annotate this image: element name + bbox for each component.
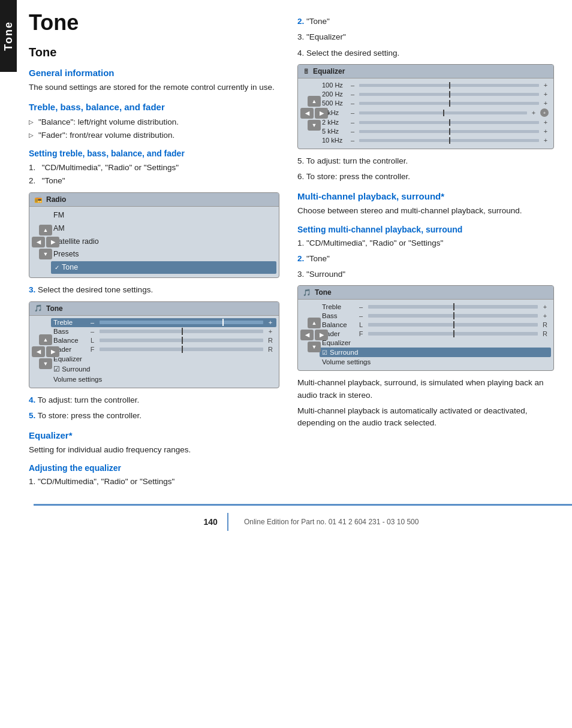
right-column: 2. "Tone" 3. "Equalizer" 4. Select the d…: [291, 12, 554, 492]
page-title: Tone: [29, 12, 279, 34]
mc-step3: 3. "Surround": [297, 268, 554, 280]
mc-step2: 2. "Tone": [297, 253, 554, 265]
radio-item-presets: Presets: [53, 248, 274, 261]
section-heading-tone: Tone: [29, 46, 279, 59]
tone-row-treble: Treble – +: [51, 318, 276, 327]
radio-screen-mockup: 📻 Radio ▲ ◀ ▶ ▼ FM AM Satellite radio Pr…: [29, 192, 279, 279]
tone-screen-mockup: 🎵 Tone ▲ ◀ ▶ ▼ Treble –: [29, 301, 279, 388]
tone2-row-fader: Fader F R: [322, 329, 549, 338]
eq-row-10khz: 10 kHz – +: [322, 136, 549, 145]
eq-icon: 🎚: [303, 68, 309, 75]
adj-eq-step3: 3. "Equalizer": [297, 31, 554, 43]
radio-screen-header: 📻 Radio: [29, 193, 279, 207]
tone-row-equalizer: Equalizer: [53, 354, 274, 364]
tone-bar-treble: [100, 321, 263, 324]
step3-text: 3. Select the desired tone settings.: [29, 284, 279, 296]
heading-setting-multichannel: Setting multi-channel playback, surround: [297, 225, 554, 234]
ctrl-tone2-right[interactable]: ▶: [315, 330, 328, 340]
radio-item-fm: FM: [53, 209, 274, 222]
radio-screen-title: Radio: [46, 195, 66, 204]
tone2-icon: 🎵: [303, 289, 311, 297]
eq-right-arrow: +: [540, 108, 549, 117]
eq-row-200hz: 200 Hz – +: [322, 90, 549, 99]
adj-eq-step2: 2. "Tone": [297, 16, 554, 28]
tone-screen2-header: 🎵 Tone: [298, 286, 553, 300]
ctrl-up[interactable]: ▲: [39, 225, 52, 235]
eq-screen-mockup: 🎚 Equalizer ▲ ◀ ▶ ▼ 100 Hz – +: [297, 64, 554, 149]
radio-item-tone-label: Tone: [62, 262, 78, 273]
list-item-balance: "Balance": left/right volume distributio…: [29, 116, 279, 129]
ctrl-down[interactable]: ▼: [39, 249, 52, 259]
footer-divider: [227, 513, 228, 531]
step5-text: 5. To store: press the controller.: [29, 410, 279, 422]
list-item-step2: 2. "Tone": [29, 174, 279, 188]
ctrl-tone-down[interactable]: ▼: [39, 358, 52, 369]
step4-text: 4. To adjust: turn the controller.: [29, 394, 279, 406]
ctrl-tone-right[interactable]: ▶: [46, 346, 59, 357]
footer-page-number: 140: [204, 517, 218, 527]
eq-row-500hz: 500 Hz – +: [322, 99, 549, 108]
ctrl-eq-up[interactable]: ▲: [308, 96, 321, 107]
heading-equalizer: Equalizer*: [29, 430, 279, 440]
main-content: Tone Tone General information The sound …: [17, 0, 572, 504]
radio-item-satellite: Satellite radio: [53, 235, 274, 248]
ctrl-tone2-left[interactable]: ◀: [300, 330, 314, 340]
tone-screen-body: ▲ ◀ ▶ ▼ Treble – +: [29, 316, 279, 388]
controller-tone: ▲ ◀ ▶ ▼: [32, 334, 59, 369]
tone2-row-bass: Bass – +: [322, 311, 549, 320]
tone2-row-equalizer: Equalizer: [322, 338, 549, 348]
tone-row-volume: Volume settings: [53, 374, 274, 384]
footer-text: Online Edition for Part no. 01 41 2 604 …: [244, 518, 419, 526]
radio-icon: 📻: [34, 195, 43, 203]
tone-screen2-body: ▲ ◀ ▶ ▼ Treble – + Bass: [298, 300, 553, 370]
heading-setting-treble: Setting treble, bass, balance, and fader: [29, 149, 279, 158]
tone2-row-volume: Volume settings: [322, 357, 549, 367]
ctrl-eq-left[interactable]: ◀: [300, 108, 314, 119]
text-multichannel: Choose between stereo and multi-channel …: [297, 205, 554, 217]
eq-screen-title: Equalizer: [313, 67, 345, 75]
radio-screen-body: ▲ ◀ ▶ ▼ FM AM Satellite radio Presets ✓ …: [29, 207, 279, 278]
checkmark-icon: ✓: [55, 263, 59, 272]
side-tab-label: Tone: [2, 21, 15, 51]
treble-bass-list: "Balance": left/right volume distributio…: [29, 116, 279, 141]
heading-treble-bass: Treble, bass, balance, and fader: [29, 102, 279, 112]
left-column: Tone Tone General information The sound …: [29, 12, 291, 492]
ctrl-tone2-up[interactable]: ▲: [308, 318, 321, 328]
adj-eq-step4: 4. Select the desired setting.: [297, 47, 554, 59]
ctrl-eq-right[interactable]: ▶: [315, 108, 328, 119]
ctrl-left[interactable]: ◀: [32, 237, 45, 247]
ctrl-eq-down[interactable]: ▼: [308, 120, 321, 131]
adj-eq-step1: 1. "CD/Multimedia", "Radio" or "Settings…: [29, 476, 279, 488]
tone2-row-surround-selected[interactable]: ☑ Surround: [320, 348, 551, 357]
tone-bar-bass: [100, 330, 263, 333]
adj-eq-step5: 5. To adjust: turn the controller.: [297, 155, 554, 167]
ctrl-tone-left[interactable]: ◀: [32, 346, 45, 357]
ctrl-right[interactable]: ▶: [46, 237, 59, 247]
radio-item-tone[interactable]: ✓ Tone: [51, 261, 276, 274]
setting-treble-list: 1. "CD/Multimedia", "Radio" or "Settings…: [29, 161, 279, 187]
eq-screen-header: 🎚 Equalizer: [298, 65, 553, 78]
eq-row-2khz: 2 kHz – +: [322, 118, 549, 127]
tone2-row-balance: Balance L R: [322, 320, 549, 329]
eq-row-5khz: 5 kHz – +: [322, 127, 549, 136]
tone-row-surround: ☑ Surround: [53, 364, 274, 374]
side-tab: Tone: [0, 0, 17, 72]
controller-eq: ▲ ◀ ▶ ▼: [300, 96, 328, 131]
tone-screen-header: 🎵 Tone: [29, 302, 279, 316]
tone-screen2-title: Tone: [315, 288, 332, 297]
tone-row-bass: Bass – +: [53, 327, 274, 336]
ctrl-tone-up[interactable]: ▲: [39, 334, 52, 345]
tone-row-fader: Fader F R: [53, 345, 274, 354]
eq-row-100hz: 100 Hz – +: [322, 81, 549, 90]
tone-screen-title: Tone: [46, 304, 63, 313]
heading-adjusting-eq: Adjusting the equalizer: [29, 463, 279, 473]
tone-bar-fader: [100, 348, 263, 351]
footer: 140 Online Edition for Part no. 01 41 2 …: [34, 504, 572, 538]
text-general-info: The sound settings are stored for the re…: [29, 81, 279, 93]
ctrl-tone2-down[interactable]: ▼: [308, 342, 321, 352]
mc-step1: 1. "CD/Multimedia", "Radio" or "Settings…: [297, 237, 554, 249]
controller-tone2: ▲ ◀ ▶ ▼: [300, 318, 328, 352]
mc-body2: Multi-channel playback is automatically …: [297, 405, 554, 430]
radio-item-am: AM: [53, 222, 274, 235]
heading-multichannel: Multi-channel playback, surround*: [297, 191, 554, 201]
